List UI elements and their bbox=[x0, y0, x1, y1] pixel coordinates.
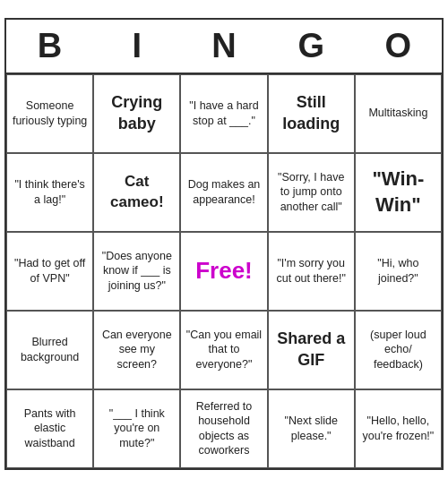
bingo-cell-23[interactable]: "Next slide please." bbox=[268, 389, 355, 468]
bingo-cell-4[interactable]: Multitasking bbox=[355, 74, 442, 153]
bingo-cell-13[interactable]: "I'm sorry you cut out there!" bbox=[268, 232, 355, 311]
bingo-cell-14[interactable]: "Hi, who joined?" bbox=[355, 232, 442, 311]
bingo-cell-6[interactable]: Cat cameo! bbox=[93, 153, 180, 232]
bingo-cell-1[interactable]: Crying baby bbox=[93, 74, 180, 153]
header-i: I bbox=[93, 27, 180, 65]
bingo-card: B I N G O Someone furiously typingCrying… bbox=[4, 18, 444, 470]
bingo-grid: Someone furiously typingCrying baby"I ha… bbox=[6, 74, 442, 468]
bingo-cell-15[interactable]: Blurred background bbox=[6, 311, 93, 389]
bingo-cell-2[interactable]: "I have a hard stop at ___." bbox=[180, 74, 267, 153]
header-n: N bbox=[180, 27, 267, 65]
bingo-header: B I N G O bbox=[6, 20, 442, 74]
bingo-cell-12[interactable]: Free! bbox=[180, 232, 267, 311]
bingo-cell-10[interactable]: "Had to get off of VPN" bbox=[6, 232, 93, 311]
bingo-cell-22[interactable]: Referred to household objects as coworke… bbox=[180, 389, 267, 468]
bingo-cell-20[interactable]: Pants with elastic waistband bbox=[6, 389, 93, 468]
bingo-cell-0[interactable]: Someone furiously typing bbox=[6, 74, 93, 153]
header-b: B bbox=[6, 27, 93, 65]
bingo-cell-18[interactable]: Shared a GIF bbox=[268, 311, 355, 389]
bingo-cell-8[interactable]: "Sorry, I have to jump onto another call… bbox=[268, 153, 355, 232]
bingo-cell-7[interactable]: Dog makes an appearance! bbox=[180, 153, 267, 232]
bingo-cell-24[interactable]: "Hello, hello, you're frozen!" bbox=[355, 389, 442, 468]
bingo-cell-21[interactable]: "___ I think you're on mute?" bbox=[93, 389, 180, 468]
bingo-cell-19[interactable]: (super loud echo/ feedback) bbox=[355, 311, 442, 389]
bingo-cell-3[interactable]: Still loading bbox=[268, 74, 355, 153]
bingo-cell-16[interactable]: Can everyone see my screen? bbox=[93, 311, 180, 389]
header-o: O bbox=[355, 27, 442, 65]
bingo-cell-5[interactable]: "I think there's a lag!" bbox=[6, 153, 93, 232]
bingo-cell-9[interactable]: "Win-Win" bbox=[355, 153, 442, 232]
header-g: G bbox=[268, 27, 355, 65]
bingo-cell-17[interactable]: "Can you email that to everyone?" bbox=[180, 311, 267, 389]
bingo-cell-11[interactable]: "Does anyone know if ___ is joining us?" bbox=[93, 232, 180, 311]
